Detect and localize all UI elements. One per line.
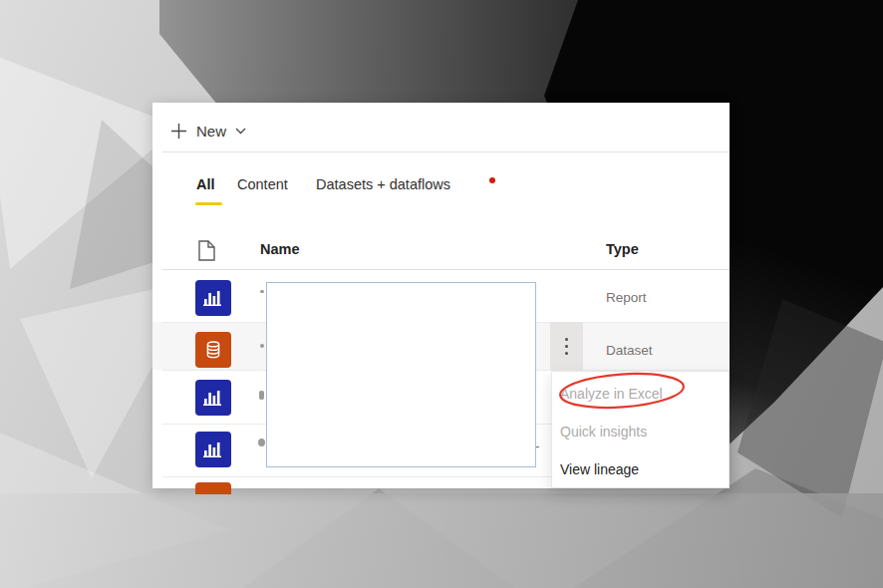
report-icon[interactable] <box>195 280 231 316</box>
background-bottom-band <box>0 493 883 588</box>
redacted-name-fragment <box>260 290 264 293</box>
divider <box>162 269 730 270</box>
redacted-name-fragment <box>258 439 265 446</box>
row-type: Report <box>606 290 647 305</box>
workspace-panel: New All Content Datasets + dataflows Nam… <box>152 103 730 488</box>
kebab-menu-icon[interactable] <box>550 322 583 370</box>
redacted-name-fragment <box>259 391 264 400</box>
dataset-icon[interactable] <box>195 332 231 368</box>
context-menu: Analyze in Excel Quick insights View lin… <box>551 371 730 488</box>
chevron-down-icon <box>235 128 246 135</box>
new-button-label: New <box>196 123 226 140</box>
menu-item-view-lineage[interactable]: View lineage <box>552 451 729 487</box>
report-icon[interactable] <box>195 380 231 416</box>
tab-datasets-dataflows[interactable]: Datasets + dataflows <box>316 176 450 192</box>
tab-content[interactable]: Content <box>237 176 288 192</box>
row-type: Dataset <box>606 343 653 358</box>
menu-item-quick-insights[interactable]: Quick insights <box>552 414 729 449</box>
document-icon <box>198 240 215 261</box>
redaction-box <box>266 282 536 467</box>
red-dot-annotation <box>489 177 495 183</box>
column-header-type[interactable]: Type <box>606 241 639 257</box>
tab-all[interactable]: All <box>196 176 215 192</box>
menu-item-analyze-in-excel[interactable]: Analyze in Excel <box>552 376 729 412</box>
plus-icon <box>170 123 187 140</box>
redacted-name-fragment <box>260 344 264 348</box>
toolbar-divider <box>162 151 730 152</box>
report-icon[interactable] <box>195 432 231 467</box>
new-button[interactable]: New <box>170 117 246 145</box>
column-header-name[interactable]: Name <box>260 241 300 257</box>
active-tab-underline <box>195 202 222 205</box>
dataset-icon[interactable] <box>195 482 231 494</box>
